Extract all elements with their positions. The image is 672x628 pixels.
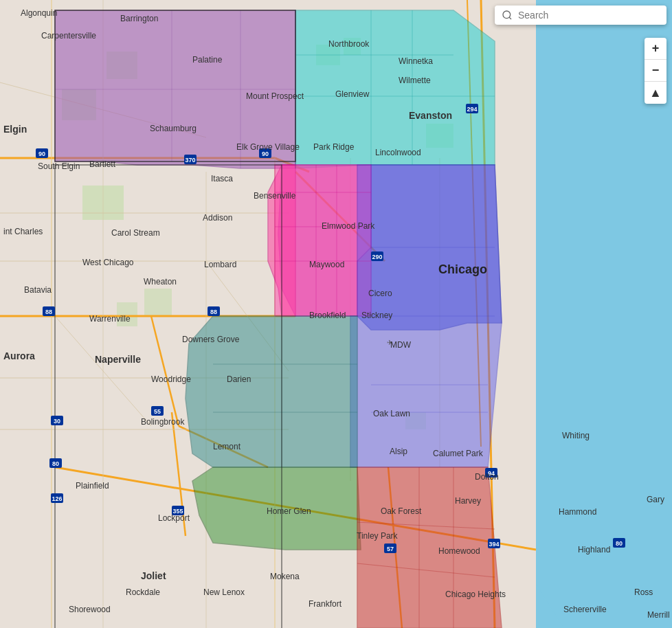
svg-text:90: 90 bbox=[38, 150, 45, 157]
svg-text:290: 290 bbox=[372, 254, 382, 260]
svg-text:126: 126 bbox=[52, 495, 62, 502]
svg-marker-47 bbox=[357, 467, 502, 628]
svg-text:80: 80 bbox=[52, 460, 59, 467]
svg-marker-39 bbox=[295, 10, 495, 168]
svg-text:✈: ✈ bbox=[387, 339, 392, 346]
search-input[interactable] bbox=[518, 10, 660, 21]
search-icon bbox=[502, 10, 513, 21]
svg-point-107 bbox=[503, 11, 511, 19]
zoom-out-button[interactable]: − bbox=[645, 60, 667, 82]
svg-text:394: 394 bbox=[489, 541, 499, 548]
zoom-in-button[interactable]: + bbox=[645, 38, 667, 60]
svg-marker-43 bbox=[275, 165, 371, 316]
svg-text:88: 88 bbox=[45, 309, 52, 315]
svg-text:88: 88 bbox=[210, 309, 217, 315]
svg-text:370: 370 bbox=[185, 157, 195, 164]
compass-button[interactable]: ▲ bbox=[645, 82, 667, 104]
search-bar bbox=[495, 5, 667, 25]
svg-text:55: 55 bbox=[154, 408, 161, 415]
svg-text:94: 94 bbox=[488, 470, 495, 477]
svg-text:90: 90 bbox=[262, 150, 269, 157]
svg-text:57: 57 bbox=[387, 546, 394, 552]
map-controls: + − ▲ bbox=[645, 38, 667, 104]
svg-text:80: 80 bbox=[616, 540, 623, 547]
map-container: ✈ 90902908888553552949457808039430126370… bbox=[0, 0, 672, 628]
svg-text:355: 355 bbox=[172, 508, 183, 515]
svg-line-108 bbox=[509, 17, 511, 19]
svg-marker-46 bbox=[192, 467, 361, 550]
svg-marker-45 bbox=[186, 316, 357, 467]
svg-text:30: 30 bbox=[54, 418, 60, 425]
svg-text:294: 294 bbox=[467, 106, 477, 113]
